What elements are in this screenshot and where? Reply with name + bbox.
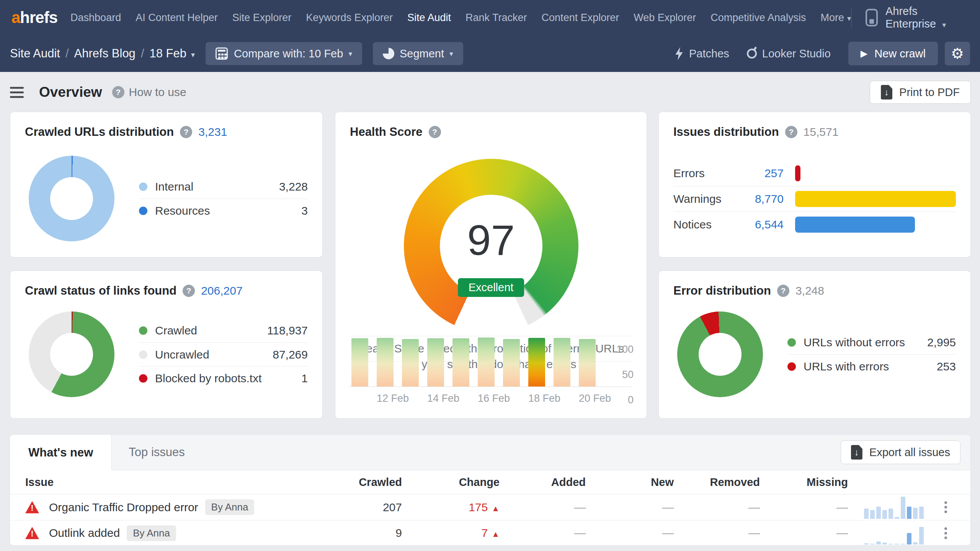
nav-item-dashboard[interactable]: Dashboard: [70, 12, 121, 24]
increase-triangle-icon: ▲: [492, 530, 500, 538]
nav-item-keywords-explorer[interactable]: Keywords Explorer: [306, 12, 393, 24]
patches-link[interactable]: Patches: [675, 47, 729, 60]
column-header-missing[interactable]: Missing: [762, 476, 850, 489]
error-distribution-card: Error distribution ? 3,248 URLs without …: [658, 271, 971, 419]
health-score-gauge: 97 Excellent: [404, 159, 578, 327]
report-menu-icon[interactable]: [10, 87, 24, 98]
column-header-issue[interactable]: Issue: [10, 476, 353, 489]
settings-button[interactable]: ⚙: [945, 42, 970, 65]
legend-item-urls-without-errors[interactable]: URLs without errors 2,995: [787, 331, 956, 354]
error-warning-icon: !: [25, 501, 39, 514]
chevron-down-icon[interactable]: ▾: [191, 50, 195, 59]
print-to-pdf-button[interactable]: ↓ Print to PDF: [870, 81, 971, 104]
nav-item-web-explorer[interactable]: Web Explorer: [634, 12, 696, 24]
segment-pie-icon: [383, 48, 394, 59]
issue-history-sparkline: [864, 496, 927, 519]
table-tabs: What's new Top issues ↓ Export all issue…: [10, 435, 970, 470]
export-all-issues-button[interactable]: ↓ Export all issues: [841, 440, 960, 464]
breadcrumb-site-audit[interactable]: Site Audit: [10, 47, 60, 60]
legend: Internal 3,228 Resources 3: [139, 175, 308, 222]
nav-item-content-explorer[interactable]: Content Explorer: [542, 12, 619, 24]
change-value: 7▲: [404, 527, 502, 540]
change-value: 175▲: [404, 501, 502, 514]
new-crawl-button[interactable]: ▶ New crawl: [848, 42, 938, 65]
issues-table-card: What's new Top issues ↓ Export all issue…: [10, 434, 971, 546]
table-header-row: Issue Crawled Change Added New Removed M…: [10, 470, 970, 494]
trend-x-axis-labels: 12 Feb14 Feb16 Feb18 Feb20 Feb: [351, 393, 602, 404]
notices-count-link[interactable]: 6,544: [738, 218, 784, 231]
tab-whats-new[interactable]: What's new: [10, 435, 112, 470]
column-header-new[interactable]: New: [588, 476, 676, 489]
nav-item-site-audit[interactable]: Site Audit: [407, 12, 451, 24]
legend-item-urls-with-errors[interactable]: URLs with errors 253: [787, 354, 956, 378]
tab-top-issues[interactable]: Top issues: [112, 435, 201, 470]
legend-item-crawled[interactable]: Crawled 118,937: [139, 319, 308, 342]
looker-studio-link[interactable]: Looker Studio: [747, 47, 831, 60]
chevron-down-icon: ▾: [942, 21, 946, 29]
crawled-value: 207: [353, 501, 404, 514]
column-header-change[interactable]: Change: [404, 476, 502, 489]
legend: URLs without errors 2,995 URLs with erro…: [787, 331, 956, 378]
column-header-removed[interactable]: Removed: [676, 476, 762, 489]
errors-count-link[interactable]: 257: [738, 167, 784, 180]
legend-item-internal[interactable]: Internal 3,228: [139, 175, 308, 199]
crawled-dot-icon: [139, 326, 147, 335]
trend-y-axis-labels: 100 50 0: [607, 336, 634, 404]
card-title: Crawled URLs distribution: [25, 125, 174, 139]
legend-item-blocked[interactable]: Blocked by robots.txt 1: [139, 366, 308, 390]
column-header-added[interactable]: Added: [502, 476, 588, 489]
breadcrumb-project[interactable]: Ahrefs Blog: [74, 47, 136, 60]
added-value: —: [502, 527, 588, 540]
without-errors-dot-icon: [787, 338, 796, 347]
nav-item-competitive-analysis[interactable]: Competitive Analysis: [710, 12, 806, 24]
health-score-card: Health Score ? 97 Excellent Health Score…: [335, 112, 647, 419]
card-title: Crawl status of links found: [25, 284, 176, 298]
nav-item-rank-tracker[interactable]: Rank Tracker: [466, 12, 527, 24]
row-menu-button[interactable]: [929, 501, 971, 513]
warnings-count-link[interactable]: 8,770: [738, 192, 784, 205]
blocked-dot-icon: [139, 374, 147, 383]
legend-item-uncrawled[interactable]: Uncrawled 87,269: [139, 342, 308, 366]
top-nav: ahrefs Dashboard AI Content Helper Site …: [0, 0, 980, 35]
error-distribution-donut-chart: [677, 311, 763, 397]
increase-triangle-icon: ▲: [492, 504, 500, 513]
legend-item-resources[interactable]: Resources 3: [139, 199, 308, 222]
nav-item-ai-content-helper[interactable]: AI Content Helper: [136, 12, 218, 24]
logo-rest: hrefs: [20, 8, 57, 26]
compare-with-button[interactable]: Compare with: 10 Feb ▾: [206, 42, 362, 65]
added-value: —: [502, 501, 588, 514]
calendar-icon: [216, 47, 228, 60]
author-badge: By Anna: [205, 499, 255, 515]
row-menu-button[interactable]: [929, 527, 971, 539]
nav-item-site-explorer[interactable]: Site Explorer: [232, 12, 292, 24]
issue-link[interactable]: Outlink added: [49, 527, 120, 540]
download-file-icon: ↓: [881, 85, 892, 99]
help-icon: ?: [112, 86, 124, 98]
axis-baseline: [349, 386, 632, 387]
breadcrumb-crawl-date[interactable]: 18 Feb: [150, 47, 187, 60]
issues-total: 15,571: [804, 126, 839, 139]
issues-distribution-card: Issues distribution ? 15,571 Errors 257 …: [658, 112, 971, 258]
trend-bars[interactable]: [351, 336, 602, 386]
nav-item-more[interactable]: More▾: [820, 12, 851, 24]
help-icon: ?: [183, 285, 195, 297]
column-header-crawled[interactable]: Crawled: [353, 476, 404, 489]
lightning-icon: [675, 47, 684, 60]
segment-button[interactable]: Segment ▾: [373, 42, 463, 65]
warnings-bar: [795, 191, 956, 207]
table-row: ! Organic Traffic Dropped error By Anna …: [10, 494, 970, 520]
issue-link[interactable]: Organic Traffic Dropped error: [49, 501, 198, 514]
errors-bar: [795, 165, 800, 181]
links-total-link[interactable]: 206,207: [201, 284, 242, 297]
breadcrumb-separator: /: [65, 47, 69, 60]
crawled-value: 9: [353, 527, 404, 540]
workspace-icon[interactable]: [866, 9, 878, 26]
help-icon: ?: [785, 126, 797, 138]
how-to-use-link[interactable]: ? How to use: [112, 86, 186, 99]
table-row: ! Outlink added By Anna 9 7▲ — — — —: [10, 520, 970, 546]
workspace-selector[interactable]: Ahrefs Enterprise ▾: [885, 5, 969, 30]
health-score-rating-badge: Excellent: [458, 278, 524, 297]
ahrefs-logo[interactable]: ahrefs: [11, 8, 57, 27]
error-warning-icon: !: [25, 527, 39, 539]
crawled-urls-total-link[interactable]: 3,231: [198, 126, 227, 139]
